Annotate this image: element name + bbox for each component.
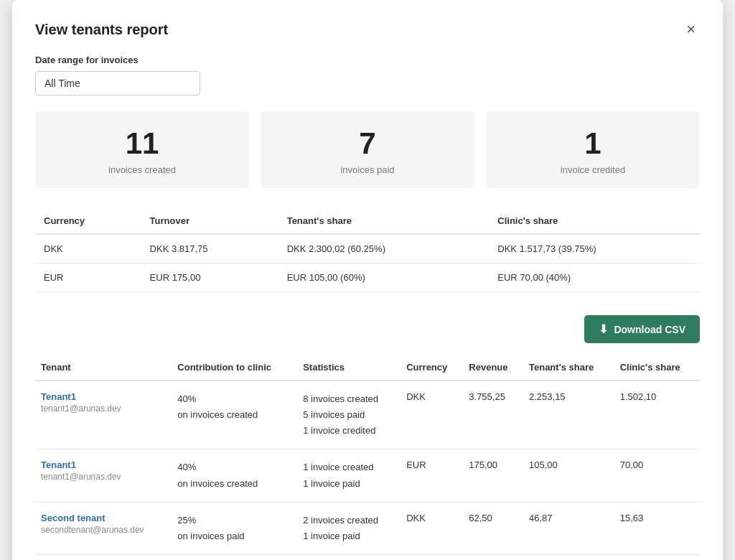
tenant-cell-clinic-share: 1.502,10 xyxy=(614,381,700,449)
summary-cell-tenant-share: DKK 2.300,02 (60.25%) xyxy=(278,234,490,263)
tenant-cell-tenant-share: 2.253,15 xyxy=(523,381,614,449)
tenants-col-currency: Currency xyxy=(401,355,463,381)
summary-cell-clinic-share: DKK 1.517,73 (39.75%) xyxy=(489,234,700,263)
tenant-cell-tenant-share: 46,87 xyxy=(523,502,614,554)
summary-cell-turnover: DKK 3.817,75 xyxy=(141,234,278,263)
download-btn-label: Download CSV xyxy=(614,324,685,335)
summary-table: Currency Turnover Tenant's share Clinic'… xyxy=(35,208,700,292)
tenant-cell-currency: DKK xyxy=(401,502,463,554)
date-range-label: Date range for invoices xyxy=(35,55,700,65)
stat-number-created: 11 xyxy=(47,127,238,160)
summary-cell-clinic-share: EUR 70,00 (40%) xyxy=(489,263,700,292)
tenant-email: tenant1@arunas.dev xyxy=(41,472,166,482)
tenants-table-row: Tenant1 tenant1@arunas.dev 40%on invoice… xyxy=(35,381,700,449)
modal-container: View tenants report × Date range for inv… xyxy=(12,0,723,560)
tenants-col-tenant-share: Tenant's share xyxy=(523,355,614,381)
tenant-name-link[interactable]: Tenant1 xyxy=(41,391,166,402)
stats-row: 11 invoices created 7 invoices paid 1 in… xyxy=(35,111,700,188)
summary-table-row: EUR EUR 175,00 EUR 105,00 (60%) EUR 70,0… xyxy=(35,263,700,292)
tenant-cell-currency: DKK xyxy=(401,381,463,449)
tenant-cell-clinic-share: 15,63 xyxy=(614,502,700,554)
tenant-cell-clinic-share: 70,00 xyxy=(614,449,700,502)
stat-number-credited: 1 xyxy=(497,127,688,160)
tenants-table-row: Tenant1 tenant1@arunas.dev 40%on invoice… xyxy=(35,449,700,502)
summary-col-clinic-share: Clinic's share xyxy=(489,208,700,234)
tenant-cell-name: Tenant1 tenant1@arunas.dev xyxy=(35,381,172,449)
stat-number-paid: 7 xyxy=(272,127,463,160)
tenant-cell-statistics: 1 invoice created1 invoice paid xyxy=(297,449,401,502)
tenant-cell-revenue: 3.755,25 xyxy=(463,381,523,449)
stat-card-invoices-paid: 7 invoices paid xyxy=(261,111,474,188)
tenants-col-clinic-share: Clinic's share xyxy=(614,355,700,381)
download-icon: ⬇ xyxy=(599,322,608,336)
tenant-cell-currency: EUR xyxy=(401,449,463,502)
stat-label-paid: invoices paid xyxy=(272,164,463,175)
tenants-table-row: Second tenant secondtenant@arunas.dev 25… xyxy=(35,502,700,554)
modal-title: View tenants report xyxy=(35,22,168,38)
tenant-cell-contribution: 40%on invoices created xyxy=(172,449,297,502)
stat-card-invoice-credited: 1 invoice credited xyxy=(486,111,700,188)
tenant-email: secondtenant@arunas.dev xyxy=(41,525,166,535)
summary-cell-turnover: EUR 175,00 xyxy=(141,263,278,292)
download-row: ⬇ Download CSV xyxy=(35,315,700,343)
close-button[interactable]: × xyxy=(682,20,700,39)
summary-cell-currency: DKK xyxy=(35,234,141,263)
summary-col-turnover: Turnover xyxy=(141,208,278,234)
summary-cell-currency: EUR xyxy=(35,263,141,292)
summary-col-currency: Currency xyxy=(35,208,141,234)
summary-table-row: DKK DKK 3.817,75 DKK 2.300,02 (60.25%) D… xyxy=(35,234,700,263)
date-range-section: Date range for invoices All Time xyxy=(35,55,700,95)
tenant-cell-contribution: 25%on invoices paid xyxy=(172,502,297,554)
tenant-cell-statistics: 8 invoices created5 invoices paid1 invoi… xyxy=(297,381,401,449)
stat-label-created: invoices created xyxy=(47,164,238,175)
tenant-cell-revenue: 175,00 xyxy=(463,449,523,502)
stat-card-invoices-created: 11 invoices created xyxy=(35,111,249,188)
modal-header: View tenants report × xyxy=(35,20,700,39)
date-range-select[interactable]: All Time xyxy=(35,71,200,95)
download-csv-button[interactable]: ⬇ Download CSV xyxy=(584,315,700,343)
tenant-cell-tenant-share: 105,00 xyxy=(523,449,614,502)
tenant-name-link[interactable]: Tenant1 xyxy=(41,459,166,470)
tenant-name-link[interactable]: Second tenant xyxy=(41,513,166,523)
tenant-cell-contribution: 40%on invoices created xyxy=(172,381,297,449)
stat-label-credited: invoice credited xyxy=(497,164,688,175)
tenant-cell-revenue: 62,50 xyxy=(463,502,523,554)
tenant-email: tenant1@arunas.dev xyxy=(41,403,166,414)
summary-col-tenant-share: Tenant's share xyxy=(278,208,490,234)
tenants-col-statistics: Statistics xyxy=(297,355,401,381)
tenant-cell-name: Tenant1 tenant1@arunas.dev xyxy=(35,449,172,502)
summary-cell-tenant-share: EUR 105,00 (60%) xyxy=(278,263,490,292)
tenants-col-tenant: Tenant xyxy=(35,355,172,381)
tenants-table: Tenant Contribution to clinic Statistics… xyxy=(35,355,700,555)
tenants-col-contribution: Contribution to clinic xyxy=(172,355,297,381)
tenant-cell-name: Second tenant secondtenant@arunas.dev xyxy=(35,502,172,554)
tenant-cell-statistics: 2 invoices created1 invoice paid xyxy=(297,502,401,554)
tenants-col-revenue: Revenue xyxy=(463,355,523,381)
